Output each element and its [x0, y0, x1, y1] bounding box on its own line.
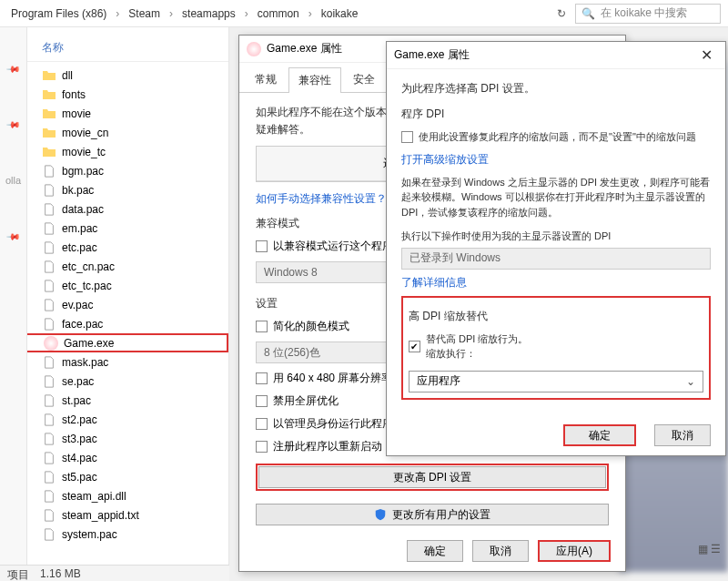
change-dpi-button[interactable]: 更改高 DPI 设置 — [258, 466, 606, 488]
file-row[interactable]: se.pac — [0, 372, 228, 391]
file-row[interactable]: st3.pac — [0, 429, 228, 448]
file-row[interactable]: dll — [0, 66, 228, 85]
dpi-override-title: 高 DPI 缩放替代 — [409, 309, 703, 324]
file-icon — [42, 508, 56, 523]
file-row[interactable]: movie_cn — [0, 123, 228, 142]
refresh-icon[interactable]: ↻ — [548, 7, 575, 20]
search-icon: 🔍 — [581, 7, 595, 20]
dpi-ok-button[interactable]: 确定 — [563, 424, 636, 446]
file-row[interactable]: movie_tc — [0, 142, 228, 161]
file-row[interactable]: ev.pac — [0, 295, 228, 314]
resolution-checkbox[interactable] — [256, 372, 268, 384]
file-row[interactable]: fonts — [0, 85, 228, 104]
dpi-override-select[interactable]: 应用程序 ⌄ — [409, 371, 703, 392]
dpi-when-select[interactable]: 已登录到 Windows — [401, 248, 711, 270]
file-row[interactable]: mask.pac — [0, 352, 228, 372]
advanced-scaling-link[interactable]: 打开高级缩放设置 — [401, 152, 711, 168]
file-row[interactable]: system.pac — [0, 525, 228, 544]
tab-general[interactable]: 常规 — [245, 66, 287, 92]
file-row[interactable]: etc.pac — [0, 238, 228, 257]
file-row[interactable]: movie — [0, 104, 228, 123]
shield-icon — [374, 508, 387, 521]
compat-mode-checkbox[interactable] — [256, 240, 268, 252]
file-row[interactable]: data.pac — [0, 199, 228, 219]
file-icon — [42, 470, 56, 484]
file-name: face.pac — [62, 318, 103, 331]
file-name: fonts — [62, 88, 86, 101]
file-row[interactable]: Game.exe — [0, 333, 228, 352]
status-bar: 项目 1.16 MB — [0, 565, 229, 581]
ok-button[interactable]: 确定 — [407, 540, 463, 562]
exe-icon — [247, 42, 261, 56]
crumb-3[interactable]: common — [254, 7, 303, 20]
column-header-name[interactable]: 名称 — [0, 35, 228, 62]
file-name: etc.pac — [62, 241, 97, 254]
file-icon — [42, 355, 56, 370]
file-row[interactable]: bgm.pac — [0, 161, 228, 180]
fix-scaling-label: 使用此设置修复此程序的缩放问题，而不是"设置"中的缩放问题 — [419, 129, 696, 145]
file-icon — [42, 183, 56, 198]
dpi-override-checkbox[interactable] — [409, 341, 420, 352]
crumb-2[interactable]: steamapps — [178, 7, 239, 20]
file-icon — [42, 260, 56, 274]
search-input[interactable]: 🔍 在 koikake 中搜索 — [575, 4, 721, 24]
apply-button[interactable]: 应用(A) — [538, 540, 611, 562]
file-name: st4.pac — [62, 452, 97, 464]
file-icon — [42, 221, 56, 236]
folder-icon — [42, 87, 56, 102]
folder-icon — [42, 107, 56, 121]
file-row[interactable]: etc_tc.pac — [0, 276, 228, 295]
cancel-button[interactable]: 取消 — [472, 540, 529, 562]
admin-label: 以管理员身份运行此程序 — [273, 416, 393, 432]
folder-icon — [42, 126, 56, 140]
file-name: Game.exe — [64, 337, 114, 350]
chevron-down-icon: ⌄ — [686, 375, 695, 388]
admin-checkbox[interactable] — [256, 418, 268, 430]
file-row[interactable]: bk.pac — [0, 180, 228, 199]
file-row[interactable]: st.pac — [0, 391, 228, 410]
file-icon — [42, 317, 56, 331]
file-row[interactable]: steam_api.dll — [0, 486, 228, 505]
pin-icon: 📌 — [5, 229, 20, 243]
file-row[interactable]: st4.pac — [0, 448, 228, 467]
tab-compatibility[interactable]: 兼容性 — [288, 67, 341, 93]
file-icon — [42, 279, 56, 293]
file-name: etc_cn.pac — [62, 260, 115, 273]
file-icon — [42, 489, 56, 504]
file-row[interactable]: st5.pac — [0, 467, 228, 486]
file-icon — [42, 432, 56, 446]
close-icon[interactable]: ✕ — [695, 46, 718, 64]
change-all-users-button[interactable]: 更改所有用户的设置 — [256, 504, 609, 525]
file-row[interactable]: em.pac — [0, 219, 228, 238]
file-row[interactable]: face.pac — [0, 314, 228, 333]
tab-security[interactable]: 安全 — [343, 66, 385, 92]
file-name: st.pac — [62, 394, 91, 407]
dpi-override-sublabel: 缩放执行： — [426, 346, 528, 362]
file-row[interactable]: st2.pac — [0, 410, 228, 429]
fix-scaling-checkbox[interactable] — [401, 131, 413, 143]
dpi-note-2: 执行以下操作时使用为我的主显示器设置的 DPI — [401, 229, 711, 244]
view-mode-icons[interactable]: ▦ ☰ — [698, 543, 721, 556]
file-row[interactable]: steam_appid.txt — [0, 505, 228, 525]
fullscreen-opt-label: 禁用全屏优化 — [273, 393, 339, 409]
crumb-4[interactable]: koikake — [318, 7, 362, 20]
file-name: movie — [62, 107, 91, 120]
pin-icon: 📌 — [5, 61, 20, 76]
fullscreen-opt-checkbox[interactable] — [256, 395, 268, 407]
file-icon — [42, 451, 56, 465]
file-name: steam_api.dll — [62, 490, 126, 503]
file-name: bgm.pac — [62, 165, 104, 178]
file-name: etc_tc.pac — [62, 280, 112, 292]
file-explorer-pane: 名称 dllfontsmoviemovie_cnmovie_tcbgm.pacb… — [0, 27, 229, 565]
file-icon — [42, 298, 56, 312]
register-restart-checkbox[interactable] — [256, 441, 268, 453]
detail-link[interactable]: 了解详细信息 — [401, 275, 711, 290]
breadcrumb-bar: Program Files (x86)› Steam› steamapps› c… — [0, 0, 728, 27]
file-row[interactable]: etc_cn.pac — [0, 257, 228, 276]
status-size: 1.16 MB — [40, 567, 81, 579]
crumb-0[interactable]: Program Files (x86) — [7, 7, 110, 20]
dpi-cancel-button[interactable]: 取消 — [654, 424, 711, 446]
file-name: st3.pac — [62, 433, 97, 445]
reduced-color-checkbox[interactable] — [256, 321, 268, 332]
crumb-1[interactable]: Steam — [125, 7, 164, 20]
